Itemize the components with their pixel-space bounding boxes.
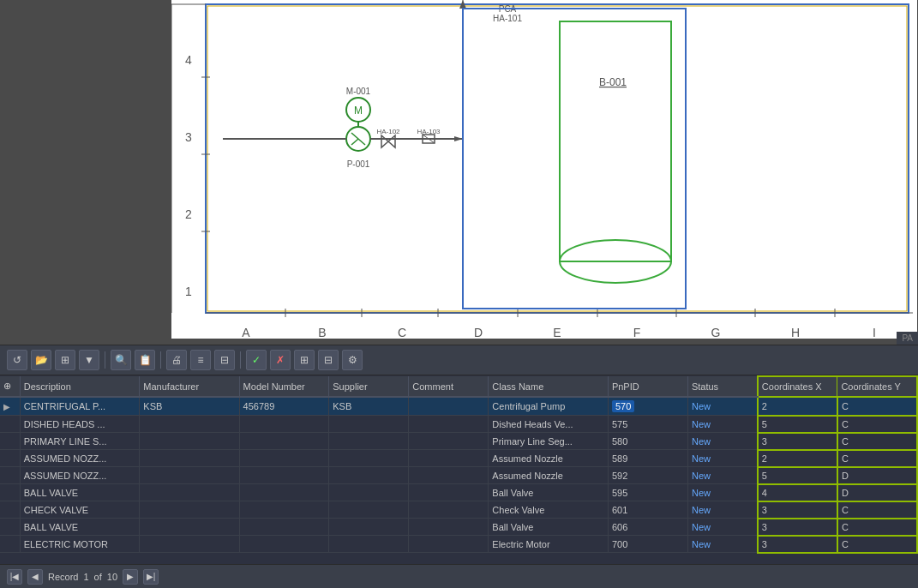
col-header-coordx[interactable]: Coordinates X <box>758 376 837 397</box>
grid-table-wrapper: ⊕ Description Manufacturer Model Number … <box>0 375 918 564</box>
export-button[interactable]: 📋 <box>135 350 155 370</box>
table-row[interactable]: DISHED HEADS ...Dished Heads Ve...575New… <box>0 416 917 433</box>
cell-expand <box>0 519 20 536</box>
open-button[interactable]: 📂 <box>31 350 51 370</box>
cell-expand <box>0 433 20 450</box>
svg-text:B-001: B-001 <box>599 76 627 88</box>
cell-description: BALL VALVE <box>20 519 140 536</box>
table-row[interactable]: PRIMARY LINE S...Primary Line Seg...580N… <box>0 433 917 450</box>
table-row[interactable]: ▶CENTRIFUGAL P...KSB456789KSBCentrifugal… <box>0 397 917 416</box>
cell-manufacturer <box>140 484 239 501</box>
cell-supplier <box>329 416 409 433</box>
refresh-button[interactable]: ↺ <box>7 350 27 370</box>
cell-description: ELECTRIC MOTOR <box>20 536 140 553</box>
cell-comment <box>409 433 489 450</box>
cell-pnpid: 595 <box>608 484 687 501</box>
last-record-button[interactable]: ▶| <box>143 569 159 585</box>
cell-coord_x: 3 <box>758 501 837 519</box>
cell-coord_y: C <box>837 450 917 467</box>
col-header-classname[interactable]: Class Name <box>489 376 609 397</box>
cell-class_name: Primary Line Seg... <box>489 433 609 450</box>
cell-comment <box>409 501 489 519</box>
svg-text:H: H <box>791 326 800 339</box>
cell-manufacturer <box>140 433 239 450</box>
col-header-pnpid[interactable]: PnPID <box>608 376 687 397</box>
grid-view-button[interactable]: ⊞ <box>55 350 75 370</box>
svg-text:P-001: P-001 <box>347 159 370 169</box>
record-current: 1 <box>83 572 88 582</box>
cell-status: New <box>687 501 757 519</box>
cell-manufacturer <box>140 536 239 553</box>
cell-class_name: Dished Heads Ve... <box>489 416 609 433</box>
cell-pnpid: 575 <box>608 416 687 433</box>
cell-pnpid: 606 <box>608 519 687 536</box>
svg-text:D: D <box>474 326 483 339</box>
cell-pnpid: 700 <box>608 536 687 553</box>
svg-text:HA-102: HA-102 <box>376 128 400 135</box>
svg-text:1: 1 <box>185 285 192 298</box>
cell-supplier <box>329 519 409 536</box>
cross-button[interactable]: ✗ <box>270 350 291 370</box>
cell-pnpid: 592 <box>608 467 687 484</box>
col-header-expand[interactable]: ⊕ <box>0 376 20 397</box>
table-row[interactable]: BALL VALVEBall Valve606New3C <box>0 519 917 536</box>
check-button[interactable]: ✓ <box>246 350 267 370</box>
separator-3 <box>240 351 241 369</box>
table-row[interactable]: ELECTRIC MOTORElectric Motor700New3C <box>0 536 917 553</box>
cell-expand <box>0 450 20 467</box>
cell-model_number <box>239 467 329 484</box>
first-record-button[interactable]: |◀ <box>7 569 22 585</box>
split-v-button[interactable]: ⊞ <box>294 350 315 370</box>
table-row[interactable]: ASSUMED NOZZ...Assumed Nozzle589New2C <box>0 450 917 467</box>
cell-model_number <box>239 519 329 536</box>
col-header-model[interactable]: Model Number <box>239 376 329 397</box>
col-header-coordy[interactable]: Coordinates Y <box>837 376 917 397</box>
svg-text:I: I <box>873 326 876 339</box>
cell-coord_y: C <box>837 416 917 433</box>
table-row[interactable]: ASSUMED NOZZ...Assumed Nozzle592New5D <box>0 467 917 484</box>
col-header-manufacturer[interactable]: Manufacturer <box>140 376 239 397</box>
col-header-status[interactable]: Status <box>687 376 757 397</box>
drawing-canvas: A B C D E F G H I 1 2 3 4 PCA HA-101 <box>0 0 918 345</box>
expand-all-icon[interactable]: ⊕ <box>3 381 11 391</box>
table-button[interactable]: ≡ <box>190 350 211 370</box>
cell-status: New <box>687 519 757 536</box>
cell-coord_x: 3 <box>758 519 837 536</box>
prev-record-button[interactable]: ◀ <box>27 569 43 585</box>
cell-model_number: 456789 <box>239 397 329 416</box>
print-button[interactable]: 🖨 <box>166 350 187 370</box>
columns-button[interactable]: ⊟ <box>214 350 235 370</box>
cell-supplier <box>329 536 409 553</box>
svg-text:3: 3 <box>185 130 192 144</box>
settings-button[interactable]: ⚙ <box>342 350 363 370</box>
pa-badge: PA <box>897 332 918 345</box>
table-row[interactable]: CHECK VALVECheck Valve601New3C <box>0 501 917 519</box>
col-header-comment[interactable]: Comment <box>409 376 489 397</box>
separator-1 <box>105 351 105 369</box>
table-row[interactable]: BALL VALVEBall Valve595New4D <box>0 484 917 501</box>
svg-text:F: F <box>633 326 641 339</box>
cell-description: ASSUMED NOZZ... <box>20 450 140 467</box>
filter-button[interactable]: ▼ <box>79 350 99 370</box>
next-record-button[interactable]: ▶ <box>123 569 138 585</box>
cell-model_number <box>239 484 329 501</box>
cell-expand <box>0 416 20 433</box>
search-button[interactable]: 🔍 <box>111 350 131 370</box>
cell-status: New <box>687 416 757 433</box>
cell-manufacturer <box>140 450 239 467</box>
svg-text:G: G <box>711 326 721 339</box>
cell-coord_y: C <box>837 397 917 416</box>
cell-supplier <box>329 484 409 501</box>
separator-2 <box>160 351 161 369</box>
col-header-supplier[interactable]: Supplier <box>329 376 409 397</box>
cell-pnpid: 601 <box>608 501 687 519</box>
cell-coord_y: C <box>837 433 917 450</box>
cell-coord_y: C <box>837 536 917 553</box>
table-header-row: ⊕ Description Manufacturer Model Number … <box>0 376 917 397</box>
cell-coord_x: 2 <box>758 450 837 467</box>
cell-pnpid: 580 <box>608 433 687 450</box>
col-header-description[interactable]: Description <box>20 376 140 397</box>
split-h-button[interactable]: ⊟ <box>318 350 339 370</box>
cell-pnpid: 589 <box>608 450 687 467</box>
cell-supplier <box>329 467 409 484</box>
